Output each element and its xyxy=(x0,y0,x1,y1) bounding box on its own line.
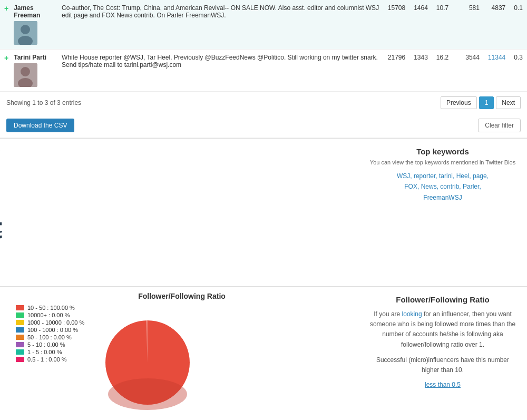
legend-color-1 xyxy=(16,305,24,310)
action-row: Download the CSV Clear filter xyxy=(0,113,527,138)
col6-cell: 11344 xyxy=(484,50,510,92)
legend-item-7: 1 - 5 : 0.00 % xyxy=(16,349,84,355)
legend-item-2: 10000+ : 0.00 % xyxy=(16,312,84,318)
ratio-panel-text1: If you are looking for an influencer, th… xyxy=(367,309,519,350)
col6-cell: 4837 xyxy=(484,0,510,50)
username: Tarini Parti xyxy=(14,54,46,61)
kw-wsj: WSJ xyxy=(397,172,410,180)
svg-point-7 xyxy=(108,378,187,410)
svg-point-1 xyxy=(21,25,30,34)
legend-item-1: 10 - 50 : 100.00 % xyxy=(16,305,84,311)
ratio-section: Follower/Following Ratio 10 - 50 : 100.0… xyxy=(0,287,527,420)
svg-point-4 xyxy=(21,67,30,76)
kw-contrib: contrib xyxy=(440,183,459,190)
kw-fox: FOX xyxy=(404,183,417,190)
legend-color-2 xyxy=(16,312,24,318)
pagination-row: Showing 1 to 3 of 3 entries Previous 1 N… xyxy=(0,92,527,113)
col7-cell: 0.1 xyxy=(510,0,527,50)
legend-label-1: 10 - 50 : 100.00 % xyxy=(27,305,75,311)
pagination-controls: Previous 1 Next xyxy=(441,96,521,109)
user-cell: + Tarini Parti xyxy=(0,50,57,92)
top-keywords-subtitle: You can view the top keywords mentioned … xyxy=(367,159,519,165)
clear-filter-button[interactable]: Clear filter xyxy=(478,119,521,132)
col1-cell: 21796 xyxy=(384,50,409,92)
avatar xyxy=(14,21,37,45)
kw-page: page xyxy=(473,172,487,180)
ratio-panel-title: Follower/Following Ratio xyxy=(367,295,519,304)
showing-text: Showing 1 to 3 of 3 entries xyxy=(6,99,81,106)
col5-cell: 3544 xyxy=(461,50,484,92)
table-row: + Tarini Parti xyxy=(0,50,527,92)
ratio-panel: Follower/Following Ratio If you are look… xyxy=(358,287,527,420)
avatar-image xyxy=(14,63,37,87)
col5-cell: 581 xyxy=(461,0,484,50)
legend-color-8 xyxy=(16,357,24,362)
legend-label-2: 10000+ : 0.00 % xyxy=(27,312,70,318)
ratio-chart-title: Follower/Following Ratio xyxy=(16,292,348,300)
page-number[interactable]: 1 xyxy=(479,96,494,109)
kw-reporter: reporter xyxy=(414,172,435,180)
bio-cell: White House reporter @WSJ, Tar Heel. Pre… xyxy=(57,50,384,92)
legend-color-7 xyxy=(16,349,24,355)
legend-label-4: 100 - 1000 : 0.00 % xyxy=(27,327,78,333)
col4-cell xyxy=(453,50,461,92)
legend-label-7: 1 - 5 : 0.00 % xyxy=(27,349,62,355)
col3-cell: 10.7 xyxy=(432,0,453,50)
wordcloud: WSJreporterStreetJournalWallTrumpChinaCP… xyxy=(0,139,358,286)
word-author: author xyxy=(0,226,2,242)
green-plus-icon: + xyxy=(4,54,8,62)
username: James Freeman xyxy=(14,4,53,19)
kw-heel: Heel xyxy=(456,172,470,180)
pie-chart xyxy=(95,310,200,415)
next-button[interactable]: Next xyxy=(496,96,521,109)
legend-label-3: 1000 - 10000 : 0.00 % xyxy=(27,319,84,326)
top-keywords-list: WSJ, reporter, tarini, Heel, page, FOX, … xyxy=(367,171,519,203)
legend-label-8: 0.5 - 1 : 0.00 % xyxy=(27,356,67,363)
legend-item-5: 50 - 100 : 0.00 % xyxy=(16,334,84,340)
legend-color-5 xyxy=(16,335,24,340)
legend-item-8: 0.5 - 1 : 0.00 % xyxy=(16,356,84,363)
legend-item-4: 100 - 1000 : 0.00 % xyxy=(16,327,84,333)
col2-cell: 1343 xyxy=(409,50,432,92)
ratio-chart-area: Follower/Following Ratio 10 - 50 : 100.0… xyxy=(0,287,358,420)
kw-freemanwsj: FreemanWSJ xyxy=(423,194,462,201)
ratio-legend: 10 - 50 : 100.00 % 10000+ : 0.00 % 1000 … xyxy=(16,305,84,364)
legend-color-3 xyxy=(16,320,24,325)
bio-cell: Co-author, The Cost: Trump, China, and A… xyxy=(57,0,384,50)
avatar xyxy=(14,63,37,87)
legend-item-3: 1000 - 10000 : 0.00 % xyxy=(16,319,84,326)
top-keywords-panel: Top keywords You can view the top keywor… xyxy=(358,139,527,286)
col7-cell: 0.3 xyxy=(510,50,527,92)
table-section: + James Freeman xyxy=(0,0,527,92)
col2-cell: 1464 xyxy=(409,0,432,50)
legend-label-6: 5 - 10 : 0.00 % xyxy=(27,341,65,348)
user-cell: + James Freeman xyxy=(0,0,57,50)
pie-svg xyxy=(95,310,200,415)
wordcloud-section: WSJreporterStreetJournalWallTrumpChinaCP… xyxy=(0,139,527,286)
avatar-image xyxy=(14,21,37,45)
col3-cell: 16.2 xyxy=(432,50,453,92)
legend-color-6 xyxy=(16,342,24,347)
col4-cell xyxy=(453,0,461,50)
legend-item-6: 5 - 10 : 0.00 % xyxy=(16,341,84,348)
green-plus-icon: + xyxy=(4,4,8,13)
legend-color-4 xyxy=(16,327,24,333)
ratio-panel-link[interactable]: less than 0.5 xyxy=(425,381,461,388)
main-table: + James Freeman xyxy=(0,0,527,92)
kw-news: News xyxy=(421,183,437,190)
table-row: + James Freeman xyxy=(0,0,527,50)
col1-cell: 15708 xyxy=(384,0,409,50)
ratio-panel-text2: Successful (micro)influencers have this … xyxy=(367,355,519,375)
legend-label-5: 50 - 100 : 0.00 % xyxy=(27,334,72,340)
top-keywords-title: Top keywords xyxy=(367,147,519,156)
kw-parler: Parler xyxy=(463,183,479,190)
download-csv-button[interactable]: Download the CSV xyxy=(6,119,74,132)
kw-tarini: tarini xyxy=(439,172,453,180)
previous-button[interactable]: Previous xyxy=(441,96,477,109)
